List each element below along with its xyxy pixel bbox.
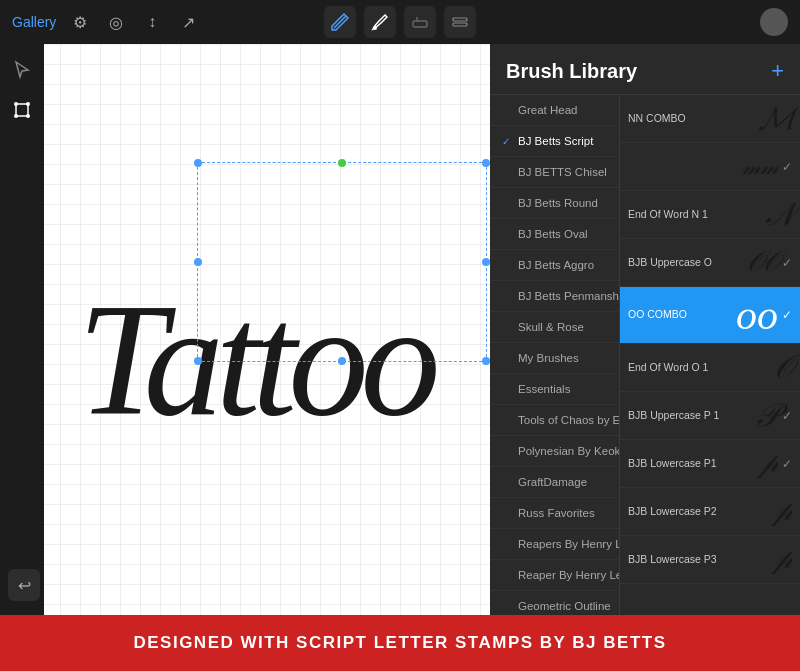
share-icon[interactable]: ↗ <box>176 10 200 34</box>
brush-preview-oo-combo: oo <box>736 291 778 339</box>
brush-item-uppercase-o[interactable]: BJB Uppercase O 𝒪𝒪 ✓ <box>620 239 800 287</box>
category-reapers-henry[interactable]: Reapers By Henry L… <box>490 529 619 560</box>
brush-item-lowercase-p2[interactable]: BJB Lowercase P2 𝓅 <box>620 488 800 536</box>
svg-rect-1 <box>413 21 427 27</box>
svg-point-7 <box>26 102 30 106</box>
tool-tabs <box>324 0 476 44</box>
brush-preview-n1: 𝒩 <box>766 196 792 233</box>
check-icon-active: ✓ <box>502 136 512 147</box>
category-bj-betts-penmanship[interactable]: BJ Betts Penmanship <box>490 281 619 312</box>
category-graftdamage[interactable]: GraftDamage <box>490 467 619 498</box>
brush-preview-o1: 𝒪 <box>773 349 792 386</box>
draw-tab[interactable] <box>324 6 356 38</box>
svg-rect-3 <box>453 18 467 21</box>
brush-item-oo-combo[interactable]: OO COMBO oo ✓ <box>620 287 800 344</box>
brush-preview-mm: 𝓂𝓂 <box>742 154 778 180</box>
brush-item-mm[interactable]: 𝓂𝓂 ✓ <box>620 143 800 191</box>
brush-preview-uppercase-o: 𝒪𝒪 <box>746 246 778 279</box>
brush-tab[interactable] <box>364 6 396 38</box>
category-russ-favorites[interactable]: Russ Favorites <box>490 498 619 529</box>
category-bj-betts-script[interactable]: ✓ BJ Betts Script <box>490 126 619 157</box>
brush-library-panel: Brush Library + Great Head ✓ BJ Betts Sc… <box>490 44 800 615</box>
category-great-head[interactable]: Great Head <box>490 95 619 126</box>
category-bj-betts-oval[interactable]: BJ Betts Oval <box>490 219 619 250</box>
category-essentials[interactable]: Essentials <box>490 374 619 405</box>
category-tools-chaos[interactable]: Tools of Chaos by E… <box>490 405 619 436</box>
brush-item-nn-combo[interactable]: NN COMBO 𝓜 <box>620 95 800 143</box>
transform-icon[interactable]: ↕ <box>140 10 164 34</box>
adjust-icon[interactable]: ◎ <box>104 10 128 34</box>
tattoo-word: Tattoo <box>77 280 432 440</box>
top-toolbar: Gallery ⚙ ◎ ↕ ↗ <box>0 0 800 44</box>
panel-title: Brush Library <box>506 60 637 83</box>
brush-preview-lowercase-p2: 𝓅 <box>777 495 792 528</box>
brush-item-uppercase-p1[interactable]: BJB Uppercase P 1 𝒫 ✓ <box>620 392 800 440</box>
panel-header: Brush Library + <box>490 44 800 95</box>
brush-name-nn-combo: NN COMBO <box>628 112 759 124</box>
wrench-icon[interactable]: ⚙ <box>68 10 92 34</box>
brush-preview-uppercase-p1: 𝒫 <box>755 397 778 434</box>
toolbar-left: Gallery ⚙ ◎ ↕ ↗ <box>12 10 200 34</box>
panel-body: Great Head ✓ BJ Betts Script BJ BETTS Ch… <box>490 95 800 615</box>
brush-item-lowercase-p3[interactable]: BJB Lowercase P3 𝓅 <box>620 536 800 584</box>
category-reaper-henry[interactable]: Reaper By Henry Le… <box>490 560 619 591</box>
category-bj-betts-aggro[interactable]: BJ Betts Aggro <box>490 250 619 281</box>
svg-rect-5 <box>16 104 28 116</box>
category-skull-rose[interactable]: Skull & Rose <box>490 312 619 343</box>
left-sidebar <box>0 44 44 615</box>
bottom-banner: DESIGNED WITH SCRIPT LETTER STAMPS BY BJ… <box>0 615 800 671</box>
gallery-button[interactable]: Gallery <box>12 14 56 30</box>
brush-item-end-word-o1[interactable]: End Of Word O 1 𝒪 <box>620 344 800 392</box>
sidebar-cursor-icon[interactable] <box>4 52 40 88</box>
category-bj-betts-round[interactable]: BJ Betts Round <box>490 188 619 219</box>
user-avatar[interactable] <box>760 8 788 36</box>
svg-point-0 <box>373 26 377 30</box>
category-geometric-outline[interactable]: Geometric Outline <box>490 591 619 615</box>
brush-items-list: NN COMBO 𝓜 𝓂𝓂 ✓ End Of Word N 1 <box>620 95 800 615</box>
brush-item-nn-combo-info: NN COMBO <box>628 112 759 126</box>
category-polynesian[interactable]: Polynesian By Keoki… <box>490 436 619 467</box>
layers-tab-btn[interactable] <box>444 6 476 38</box>
brush-categories-list: Great Head ✓ BJ Betts Script BJ BETTS Ch… <box>490 95 620 615</box>
category-my-brushes[interactable]: My Brushes <box>490 343 619 374</box>
smudge-tab[interactable] <box>404 6 436 38</box>
brush-preview-lowercase-p3: 𝓅 <box>777 543 792 576</box>
svg-point-8 <box>14 114 18 118</box>
svg-rect-4 <box>453 23 467 26</box>
brush-preview-lowercase-p1: 𝓅 <box>763 447 778 480</box>
tattoo-text-container: Tattoo <box>10 104 500 615</box>
brush-item-lowercase-p1[interactable]: BJB Lowercase P1 𝓅 ✓ <box>620 440 800 488</box>
brush-preview-nn-combo: 𝓜 <box>759 100 792 137</box>
undo-button[interactable]: ↩ <box>8 569 40 601</box>
brush-item-end-word-n1[interactable]: End Of Word N 1 𝒩 <box>620 191 800 239</box>
banner-text: DESIGNED WITH SCRIPT LETTER STAMPS BY BJ… <box>133 633 666 653</box>
sidebar-transform-icon[interactable] <box>4 92 40 128</box>
toolbar-right <box>760 8 788 36</box>
svg-point-6 <box>14 102 18 106</box>
add-brush-button[interactable]: + <box>771 58 784 84</box>
category-bj-betts-chisel[interactable]: BJ BETTS Chisel <box>490 157 619 188</box>
svg-point-9 <box>26 114 30 118</box>
